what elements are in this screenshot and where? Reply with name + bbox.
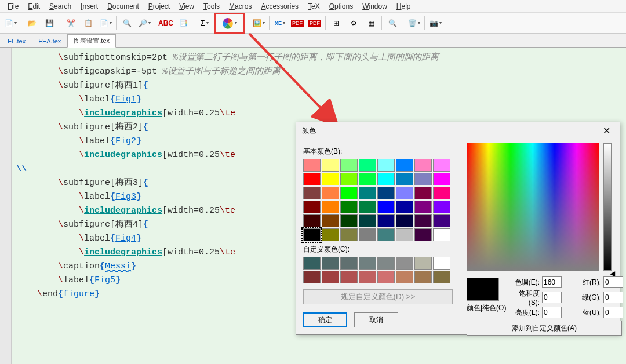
color-swatch[interactable] bbox=[396, 214, 413, 227]
color-swatch[interactable] bbox=[303, 159, 321, 172]
menu-window[interactable]: Window bbox=[358, 1, 391, 12]
color-swatch[interactable] bbox=[377, 159, 395, 172]
color-swatch[interactable] bbox=[340, 201, 358, 213]
custom-swatch[interactable] bbox=[414, 257, 432, 270]
color-swatch[interactable] bbox=[377, 187, 395, 199]
color-swatch[interactable] bbox=[303, 173, 321, 185]
custom-swatch[interactable] bbox=[340, 257, 358, 270]
ok-button[interactable]: 确定 bbox=[303, 312, 347, 327]
color-swatch[interactable] bbox=[340, 187, 358, 199]
blue-input[interactable] bbox=[603, 307, 623, 318]
add-to-custom-button[interactable]: 添加到自定义颜色(A) bbox=[467, 321, 622, 336]
color-swatch[interactable] bbox=[433, 173, 450, 185]
color-swatch[interactable] bbox=[433, 214, 450, 227]
menu-tools[interactable]: Tools bbox=[199, 1, 224, 12]
sat-input[interactable] bbox=[542, 292, 562, 303]
color-swatch[interactable] bbox=[377, 214, 395, 227]
menu-tex[interactable]: TeX bbox=[304, 1, 324, 12]
custom-swatch[interactable] bbox=[377, 271, 395, 283]
color-spectrum[interactable] bbox=[467, 143, 599, 271]
menu-accessories[interactable]: Accessories bbox=[257, 1, 303, 12]
luminance-slider[interactable] bbox=[603, 143, 612, 271]
menu-view[interactable]: View bbox=[175, 1, 198, 12]
color-swatch[interactable] bbox=[433, 159, 450, 172]
color-swatch[interactable] bbox=[433, 201, 450, 213]
color-swatch[interactable] bbox=[340, 228, 358, 241]
color-swatch[interactable] bbox=[377, 201, 395, 213]
custom-swatch[interactable] bbox=[396, 257, 413, 270]
color-swatch[interactable] bbox=[359, 173, 376, 185]
tab[interactable]: 图表设置.tex bbox=[67, 34, 116, 48]
custom-swatch[interactable] bbox=[433, 257, 450, 270]
custom-swatch[interactable] bbox=[322, 257, 339, 270]
custom-swatch[interactable] bbox=[433, 271, 450, 283]
replace-icon[interactable]: 🔎▾ bbox=[136, 15, 152, 31]
color-swatch[interactable] bbox=[340, 159, 358, 172]
menu-help[interactable]: Help bbox=[392, 1, 415, 12]
save-icon[interactable]: 💾 bbox=[41, 15, 57, 31]
color-swatch[interactable] bbox=[396, 187, 413, 199]
color-swatch[interactable] bbox=[396, 173, 413, 185]
custom-swatch[interactable] bbox=[414, 271, 432, 283]
trash-icon[interactable]: 🗑️▾ bbox=[406, 15, 422, 31]
lum-input[interactable] bbox=[542, 307, 562, 318]
menu-search[interactable]: Search bbox=[45, 1, 75, 12]
pdf-icon[interactable]: PDF bbox=[289, 15, 305, 31]
option-icon[interactable]: ⚙ bbox=[345, 15, 362, 31]
color-swatch[interactable] bbox=[322, 187, 339, 199]
paste-icon[interactable]: 📄▾ bbox=[97, 15, 114, 31]
custom-swatch[interactable] bbox=[396, 271, 413, 283]
find-icon[interactable]: 🔍 bbox=[119, 15, 135, 31]
custom-swatch[interactable] bbox=[322, 271, 339, 283]
color-swatch[interactable] bbox=[414, 159, 432, 172]
color-swatch[interactable] bbox=[414, 214, 432, 227]
menu-insert[interactable]: Insert bbox=[77, 1, 102, 12]
color-swatch[interactable] bbox=[396, 201, 413, 213]
custom-swatch[interactable] bbox=[359, 257, 376, 270]
tab[interactable]: EL.tex bbox=[1, 35, 32, 47]
custom-swatch[interactable] bbox=[377, 257, 395, 270]
hue-input[interactable] bbox=[542, 276, 562, 288]
color-swatch[interactable] bbox=[322, 159, 339, 172]
menu-edit[interactable]: Edit bbox=[24, 1, 44, 12]
color-swatch[interactable] bbox=[414, 187, 432, 199]
color-swatch[interactable] bbox=[359, 159, 376, 172]
sum-icon[interactable]: Σ▾ bbox=[196, 15, 213, 31]
camera-icon[interactable]: 📷▾ bbox=[427, 15, 443, 31]
copy-icon[interactable]: 📋 bbox=[80, 15, 96, 31]
color-swatch[interactable] bbox=[396, 228, 413, 241]
cut-icon[interactable]: ✂️ bbox=[63, 15, 79, 31]
color-swatch[interactable] bbox=[414, 201, 432, 213]
color-swatch[interactable] bbox=[303, 201, 321, 213]
color-swatch[interactable] bbox=[322, 228, 339, 241]
color-swatch[interactable] bbox=[377, 173, 395, 185]
color-swatch[interactable] bbox=[359, 201, 376, 213]
color-swatch[interactable] bbox=[433, 228, 450, 241]
color-swatch[interactable] bbox=[414, 228, 432, 241]
grid-icon[interactable]: ▦ bbox=[363, 15, 379, 31]
menu-file[interactable]: File bbox=[3, 1, 23, 12]
custom-swatch[interactable] bbox=[340, 271, 358, 283]
menu-macros[interactable]: Macros bbox=[225, 1, 256, 12]
close-icon[interactable]: ✕ bbox=[599, 125, 614, 136]
bookmark-icon[interactable]: 📑 bbox=[175, 15, 191, 31]
color-swatch[interactable] bbox=[303, 214, 321, 227]
define-custom-button[interactable]: 规定自定义颜色(D) >> bbox=[303, 289, 453, 304]
green-input[interactable] bbox=[603, 292, 623, 303]
menu-options[interactable]: Options bbox=[325, 1, 357, 12]
tab[interactable]: FEA.tex bbox=[32, 35, 67, 47]
color-picker-icon[interactable]: ▾ bbox=[214, 13, 245, 34]
color-swatch[interactable] bbox=[433, 187, 450, 199]
custom-swatch[interactable] bbox=[303, 271, 321, 283]
custom-swatch[interactable] bbox=[359, 271, 376, 283]
spellcheck-icon[interactable]: ABC bbox=[158, 15, 174, 31]
xelatex-icon[interactable]: XE▾ bbox=[272, 15, 288, 31]
color-swatch[interactable] bbox=[359, 214, 376, 227]
color-swatch[interactable] bbox=[359, 187, 376, 199]
custom-swatch[interactable] bbox=[303, 257, 321, 270]
menu-project[interactable]: Project bbox=[144, 1, 174, 12]
color-swatch[interactable] bbox=[303, 187, 321, 199]
menu-document[interactable]: Document bbox=[103, 1, 143, 12]
window-icon[interactable]: ⊞ bbox=[328, 15, 344, 31]
color-swatch[interactable] bbox=[303, 228, 321, 241]
